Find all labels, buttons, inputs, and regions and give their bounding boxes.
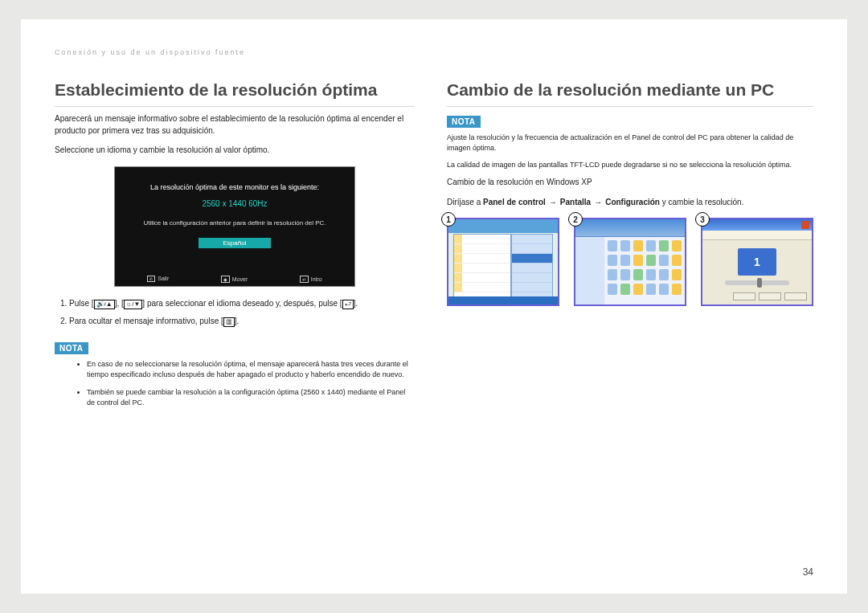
left-note-1: En caso de no seleccionarse la resolució… [87,359,415,381]
right-subtitle: Cambio de la resolución en Windows XP [447,177,813,189]
nav-post: y cambie la resolución. [660,198,744,206]
nav-display: Pantalla [560,198,591,206]
page-number: 34 [803,566,813,578]
right-note-block: Ajuste la resolución y la frecuencia de … [447,133,813,170]
right-note-2: La calidad de imagen de las pantallas TF… [447,160,813,170]
left-note-list: En caso de no seleccionarse la resolució… [55,359,415,409]
thumbnail-display-properties: 3 1 [701,218,813,306]
osd-language-selected: Español [199,238,271,248]
resolution-slider [725,280,789,285]
osd-move-label: Mover [232,276,248,282]
close-icon [801,221,809,229]
monitor-preview: 1 [738,248,776,276]
arrow-icon: → [549,198,557,206]
step1-text-c: ]. [354,299,358,308]
osd-footer: ⎚Salir ◆Mover ↵Intro [115,276,354,283]
step2-text-b: ]. [235,317,240,325]
breadcrumb: Conexión y uso de un dispositivo fuente [55,48,813,56]
thumbnail-control-panel: 2 [574,218,686,306]
thumbnails-row: 1 2 [447,218,813,306]
bright-down-icon: ☼/▼ [124,300,142,309]
exit-icon: ⎚ [147,276,155,282]
arrow-icon: → [594,198,602,206]
menu-icon: ▥ [223,317,235,327]
nota-badge-right: NOTA [447,116,481,128]
right-column: Cambio de la resolución mediante un PC N… [447,80,813,415]
osd-subtitle: Utilice la configuración anterior para d… [115,219,354,227]
osd-enter-label: Intro [311,276,322,282]
manual-page: Conexión y uso de un dispositivo fuente … [21,19,847,594]
step1-text-a: Pulse [ [69,299,94,308]
thumbnail-start-menu: 1 [447,218,559,306]
enter-icon-inline: ⮐ [342,300,354,309]
left-intro-1: Aparecerá un mensaje informativo sobre e… [55,113,415,137]
osd-screenshot: La resolución óptima de este monitor es … [114,166,355,287]
move-icon: ◆ [221,276,230,283]
osd-title: La resolución óptima de este monitor es … [115,167,354,191]
left-column: Establecimiento de la resolución óptima … [55,80,415,415]
divider [55,106,415,107]
right-note-1: Ajuste la resolución y la frecuencia de … [447,133,813,153]
nav-config: Configuración [605,198,660,206]
vol-up-icon: 🔊/▲ [94,300,115,309]
nav-pre: Diríjase a [447,198,483,206]
steps-list: Pulse [🔊/▲], [☼/▼] para seleccionar el i… [55,298,415,328]
osd-exit-label: Salir [158,276,169,281]
nav-panel: Panel de control [483,198,546,206]
left-heading: Establecimiento de la resolución óptima [55,80,415,100]
osd-resolution: 2560 x 1440 60Hz [115,199,354,208]
step2-text-a: Para ocultar el mensaje informativo, pul… [69,317,223,325]
divider [447,106,813,107]
step-2: Para ocultar el mensaje informativo, pul… [69,316,415,328]
step-1: Pulse [🔊/▲], [☼/▼] para seleccionar el i… [69,298,415,310]
left-intro-2: Seleccione un idioma y cambie la resoluc… [55,145,415,157]
step1-text-b: ] para seleccionar el idioma deseado y, … [142,299,342,308]
left-note-2: También se puede cambiar la resolución a… [87,387,415,409]
nota-badge-left: NOTA [55,342,88,354]
thumb-number: 1 [441,212,456,227]
enter-icon: ↵ [300,276,309,283]
right-heading: Cambio de la resolución mediante un PC [447,80,813,100]
nav-path: Diríjase a Panel de control→Pantalla→Con… [447,197,813,209]
